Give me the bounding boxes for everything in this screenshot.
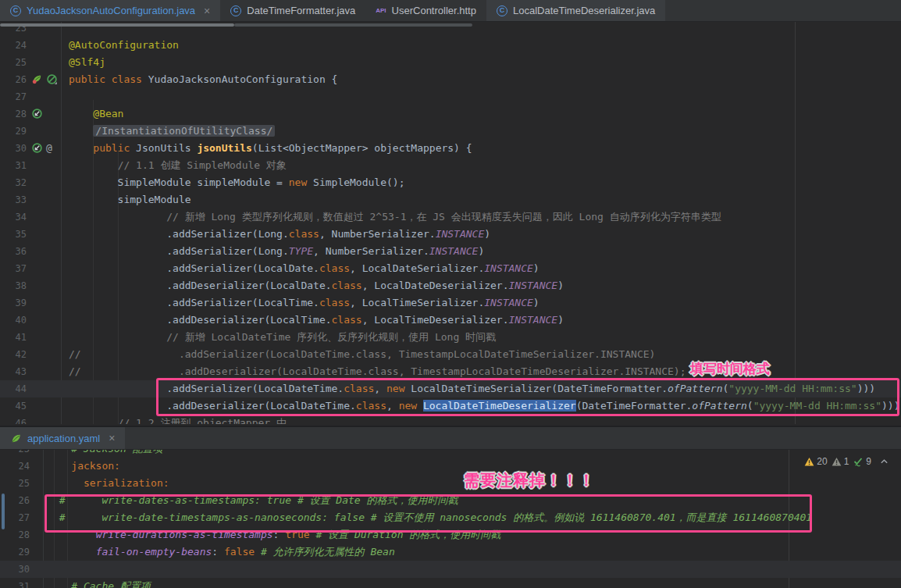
code-text: SimpleModule simpleModule = new SimpleMo…	[69, 174, 404, 191]
code-text: // 新增 LocalDateTime 序列化、反序列化规则，使用 Long 时…	[69, 329, 496, 346]
code-line: 26 # write-dates-as-timestamps: true # 设…	[0, 492, 901, 509]
horizontal-scrollbar-track[interactable]	[234, 23, 472, 27]
line-number: 34	[0, 208, 27, 226]
java-class-icon: C	[497, 5, 507, 16]
line-number: 29	[0, 123, 27, 140]
code-line: 26public class YudaoJacksonAutoConfigura…	[0, 71, 901, 88]
code-text: .addDeserializer(LocalTime.class, LocalT…	[69, 312, 564, 329]
code-text: .addSerializer(Long.TYPE, NumberSerializ…	[69, 243, 484, 260]
gutter-icons	[31, 108, 43, 119]
editor-tab[interactable]: APIUserController.http	[365, 0, 486, 21]
code-text: // .addSerializer(LocalDateTime.class, T…	[69, 346, 655, 363]
tab-label: DateTimeFormatter.java	[247, 5, 355, 16]
line-number: 31	[0, 578, 30, 588]
code-line: 35 .addSerializer(Long.class, NumberSeri…	[0, 226, 901, 243]
chevron-up-icon[interactable]	[880, 458, 889, 465]
horizontal-scrollbar[interactable]	[0, 23, 234, 27]
line-number: 43	[0, 363, 27, 380]
spring-bean-arrow-icon[interactable]	[31, 108, 43, 119]
editor-tab[interactable]: CLocalDateTimeDeserializer.java	[486, 0, 665, 21]
close-icon[interactable]: ×	[204, 5, 210, 16]
gutter-icons: @	[31, 142, 52, 154]
weak-warning-count: 1	[844, 456, 849, 467]
code-line: 29 fail-on-empty-beans: false # 允许序列化无属性…	[0, 543, 901, 561]
at-icon[interactable]: @	[46, 142, 52, 154]
line-number: 27	[0, 88, 27, 105]
spring-bean-icon[interactable]	[46, 73, 58, 85]
line-number: 25	[0, 54, 27, 71]
spring-leaf-icon	[10, 433, 22, 444]
tab-label: LocalDateTimeDeserializer.java	[513, 5, 655, 16]
code-line: 29 /InstantiationOfUtilityClass/	[0, 123, 901, 140]
code-text: // .addDeserializer(LocalDateTime.class,…	[69, 363, 686, 380]
line-number: 26	[0, 71, 27, 88]
java-class-icon: C	[10, 5, 21, 16]
line-number: 36	[0, 243, 27, 260]
line-number: 31	[0, 157, 27, 174]
java-editor[interactable]: 2324@AutoConfiguration25@Slf4j26public c…	[0, 22, 901, 424]
code-line: 32 SimpleModule simpleModule = new Simpl…	[0, 174, 901, 191]
line-number: 46	[0, 415, 27, 424]
yaml-editor[interactable]: 23 # Jackson 配置项24 jackson:25 serializat…	[0, 450, 901, 588]
tab-label: UserController.http	[392, 5, 476, 16]
close-icon[interactable]: ×	[109, 433, 115, 444]
code-text: // 新增 Long 类型序列化规则，数值超过 2^53-1，在 JS 会出现精…	[69, 208, 721, 226]
code-line: 23 # Jackson 配置项	[0, 450, 901, 458]
code-line: 45 .addDeserializer(LocalDateTime.class,…	[0, 397, 901, 415]
weak-warnings-group[interactable]: 1	[832, 456, 849, 467]
code-text: .addSerializer(LocalDateTime.class, new …	[69, 380, 875, 397]
line-number: 41	[0, 329, 27, 346]
code-line: 30	[0, 561, 901, 578]
line-number: 29	[0, 543, 30, 561]
code-text: # Cache 配置项	[47, 578, 151, 588]
editor-tab[interactable]: CYudaoJacksonAutoConfiguration.java×	[0, 0, 220, 21]
line-number: 25	[0, 475, 30, 492]
code-line: 28 write-durations-as-timestamps: true #…	[0, 526, 901, 543]
code-text: /InstantiationOfUtilityClass/	[69, 123, 275, 140]
code-text: @Slf4j	[69, 54, 105, 71]
line-number: 33	[0, 191, 27, 208]
passed-group[interactable]: 9	[853, 456, 871, 467]
code-text: serialization:	[47, 475, 169, 492]
spring-bean-arrow-icon[interactable]	[31, 142, 43, 154]
weak-warning-icon	[832, 457, 842, 467]
line-number: 23	[0, 450, 30, 458]
line-number: 35	[0, 226, 27, 243]
code-line: 33 simpleModule	[0, 191, 901, 208]
line-number: 24	[0, 458, 30, 475]
line-number: 24	[0, 37, 27, 54]
annotation-note-java: 填写时间格式	[690, 360, 770, 378]
code-text: // 1.1 创建 SimpleModule 对象	[69, 157, 287, 174]
code-line: 27	[0, 88, 901, 105]
code-line: 38 .addDeserializer(LocalDate.class, Loc…	[0, 277, 901, 294]
code-line: 44 .addSerializer(LocalDateTime.class, n…	[0, 380, 901, 397]
code-line: 27 # write-date-timestamps-as-nanosecond…	[0, 509, 901, 526]
ide-window: CYudaoJacksonAutoConfiguration.java×CDat…	[0, 0, 901, 588]
code-text: .addDeserializer(LocalDateTime.class, ne…	[69, 397, 901, 415]
editor-tab[interactable]: application.yaml×	[0, 427, 125, 449]
line-number: 39	[0, 294, 27, 312]
api-icon: API	[376, 7, 386, 14]
line-number: 38	[0, 277, 27, 294]
warnings-group[interactable]: 20	[804, 456, 827, 467]
code-line: 39 .addSerializer(LocalTime.class, Local…	[0, 294, 901, 312]
spring-leaf-star-icon[interactable]	[31, 73, 43, 85]
code-text: public class YudaoJacksonAutoConfigurati…	[69, 71, 337, 88]
line-number: 37	[0, 260, 27, 277]
line-number: 45	[0, 397, 27, 415]
code-text: write-durations-as-timestamps: true # 设置…	[47, 526, 500, 543]
line-number: 27	[0, 509, 30, 526]
inspection-widget[interactable]: 20 1 9	[804, 456, 889, 467]
code-line: 46 // 1.2 注册到 objectMapper 中	[0, 415, 901, 424]
line-number: 28	[0, 526, 30, 543]
bottom-tab-bar: application.yaml×	[0, 426, 901, 450]
line-number: 42	[0, 346, 27, 363]
code-text: .addSerializer(Long.class, NumberSeriali…	[69, 226, 490, 243]
code-text: .addSerializer(LocalTime.class, LocalTim…	[69, 294, 540, 312]
code-text: .addDeserializer(LocalDate.class, LocalD…	[69, 277, 564, 294]
code-line: 24 jackson:	[0, 458, 901, 475]
line-number: 44	[0, 380, 27, 397]
line-number: 26	[0, 492, 30, 509]
code-line: 36 .addSerializer(Long.TYPE, NumberSeria…	[0, 243, 901, 260]
editor-tab[interactable]: CDateTimeFormatter.java	[220, 0, 365, 21]
